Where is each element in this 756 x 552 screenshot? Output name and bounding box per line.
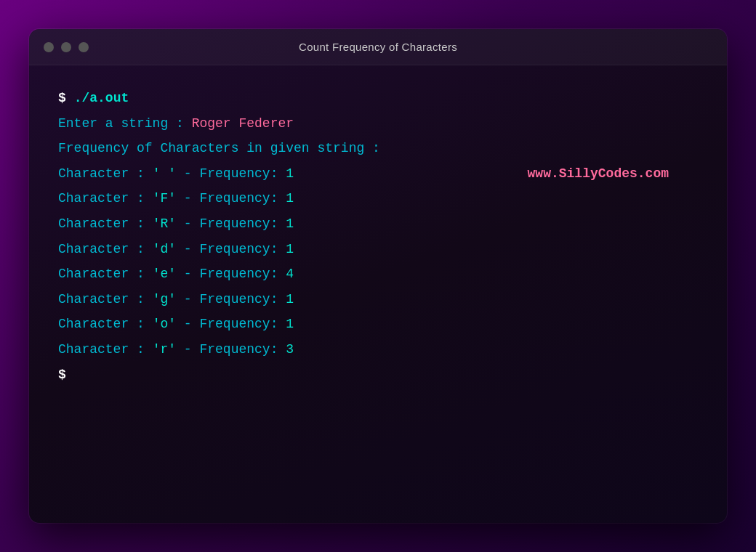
char-row-2: Character : 'R' - Frequency: 1 — [58, 213, 698, 235]
freq-num-2: 1 — [286, 213, 294, 235]
frequency-header-line: Frequency of Characters in given string … — [58, 137, 698, 160]
char-label-4: Character : — [58, 263, 153, 285]
freq-label-1: - Frequency: — [184, 187, 286, 210]
enter-string-line: Enter a string : Roger Federer — [58, 113, 698, 135]
char-label-1: Character : — [58, 187, 153, 210]
char-value-4: 'e' — [153, 263, 184, 285]
freq-num-0: 1 — [286, 163, 294, 185]
char-row-4: Character : 'e' - Frequency: 4 — [58, 263, 698, 285]
final-prompt-line: $ — [58, 364, 698, 386]
char-label-0: Character : — [58, 163, 153, 185]
freq-label-2: - Frequency: — [184, 213, 286, 235]
freq-label-4: - Frequency: — [184, 263, 286, 285]
freq-label-3: - Frequency: — [184, 238, 286, 261]
frequency-header: Frequency of Characters in given string … — [58, 137, 380, 160]
command-line: $ ./a.out — [58, 87, 698, 110]
final-prompt-symbol: $ — [58, 364, 66, 386]
window-title: Count Frequency of Characters — [299, 41, 457, 53]
char-row-6: Character : 'o' - Frequency: 1 — [58, 313, 698, 336]
traffic-light-maximize[interactable] — [79, 42, 89, 52]
traffic-light-minimize[interactable] — [61, 42, 71, 52]
input-value: Roger Federer — [192, 113, 294, 135]
char-value-6: 'o' — [153, 313, 184, 336]
char-value-3: 'd' — [153, 238, 184, 261]
watermark: www.SillyCodes.com — [528, 163, 669, 185]
char-row-7: Character : 'r' - Frequency: 3 — [58, 338, 698, 361]
char-label-3: Character : — [58, 238, 153, 261]
terminal-window: Count Frequency of Characters $ ./a.out … — [29, 29, 727, 523]
char-value-7: 'r' — [153, 338, 184, 361]
freq-num-7: 3 — [286, 338, 294, 361]
traffic-light-close[interactable] — [44, 42, 54, 52]
freq-num-4: 4 — [286, 263, 294, 285]
freq-label-6: - Frequency: — [184, 313, 286, 336]
char-value-5: 'g' — [153, 288, 184, 311]
char-label-7: Character : — [58, 338, 153, 361]
char-value-0: ' ' — [153, 163, 184, 185]
freq-label-7: - Frequency: — [184, 338, 286, 361]
char-row-3: Character : 'd' - Frequency: 1 — [58, 238, 698, 261]
char-row-0: Character : ' ' - Frequency: 1 www.Silly… — [58, 163, 698, 185]
freq-label-0: - Frequency: — [184, 163, 286, 185]
char-row-5: Character : 'g' - Frequency: 1 — [58, 288, 698, 311]
freq-num-3: 1 — [286, 238, 294, 261]
char-label-6: Character : — [58, 313, 153, 336]
char-value-2: 'R' — [153, 213, 184, 235]
title-bar: Count Frequency of Characters — [29, 29, 727, 65]
command-text: ./a.out — [74, 87, 129, 110]
char-value-1: 'F' — [153, 187, 184, 210]
freq-num-5: 1 — [286, 288, 294, 311]
char-label-2: Character : — [58, 213, 153, 235]
freq-num-6: 1 — [286, 313, 294, 336]
traffic-lights — [44, 42, 89, 52]
freq-num-1: 1 — [286, 187, 294, 210]
char-row-1: Character : 'F' - Frequency: 1 — [58, 187, 698, 210]
prompt-symbol: $ — [58, 87, 66, 110]
terminal-body: $ ./a.out Enter a string : Roger Federer… — [29, 65, 727, 523]
freq-label-5: - Frequency: — [184, 288, 286, 311]
char-label-5: Character : — [58, 288, 153, 311]
enter-string-label: Enter a string : — [58, 113, 192, 135]
